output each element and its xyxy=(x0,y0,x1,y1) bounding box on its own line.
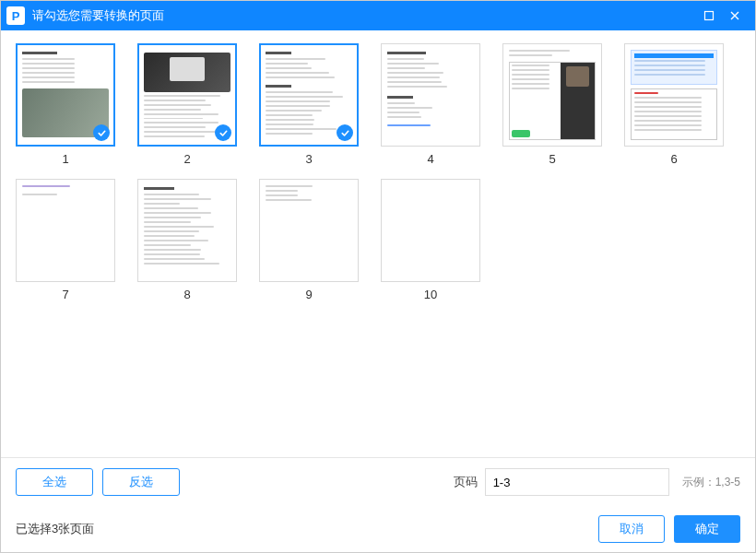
page-number-label: 6 xyxy=(670,152,677,166)
close-icon xyxy=(729,10,740,21)
page-thumbnail[interactable]: 10 xyxy=(381,179,480,301)
window-title: 请勾选您需要转换的页面 xyxy=(32,7,696,24)
pagerange-example: 示例：1,3-5 xyxy=(682,475,740,490)
page-thumbnail[interactable]: 2 xyxy=(137,43,237,166)
thumbnail-image xyxy=(259,43,359,147)
page-number-label: 5 xyxy=(549,152,555,166)
thumbnail-image xyxy=(381,43,480,147)
ok-button[interactable]: 确定 xyxy=(674,515,740,543)
page-number-label: 3 xyxy=(305,152,312,166)
check-icon xyxy=(215,124,231,141)
select-all-button[interactable]: 全选 xyxy=(16,468,93,496)
svg-rect-0 xyxy=(705,12,714,20)
thumbnail-image xyxy=(259,179,359,282)
thumbnail-image xyxy=(502,43,602,147)
thumbnail-image xyxy=(137,179,237,282)
cancel-button[interactable]: 取消 xyxy=(598,515,665,543)
page-grid-area: 1 234 5 6 78910 xyxy=(1,30,755,457)
footer: 全选 反选 页码 示例：1,3-5 已选择3张页面 取消 确定 xyxy=(1,457,755,552)
app-logo: P xyxy=(6,6,25,25)
thumbnail-image xyxy=(16,179,115,282)
check-icon xyxy=(337,124,353,141)
maximize-button[interactable] xyxy=(696,3,722,29)
titlebar: P 请勾选您需要转换的页面 xyxy=(1,1,755,30)
page-thumbnail[interactable]: 5 xyxy=(502,43,602,166)
thumbnail-image xyxy=(16,43,115,147)
page-thumbnail[interactable]: 9 xyxy=(259,179,359,301)
page-thumbnail[interactable]: 7 xyxy=(16,179,115,301)
pagerange-label: 页码 xyxy=(454,474,478,490)
check-icon xyxy=(93,124,110,141)
close-button[interactable] xyxy=(722,3,748,29)
page-thumbnail[interactable]: 6 xyxy=(624,43,724,166)
maximize-icon xyxy=(703,10,715,21)
page-number-label: 2 xyxy=(183,152,190,166)
thumbnail-image xyxy=(137,43,237,147)
thumbnail-image xyxy=(624,43,724,147)
invert-selection-button[interactable]: 反选 xyxy=(102,468,180,496)
page-number-label: 8 xyxy=(183,288,190,301)
page-thumbnail[interactable]: 8 xyxy=(137,179,237,301)
page-thumbnail[interactable]: 1 xyxy=(16,43,115,166)
page-number-label: 10 xyxy=(424,288,437,301)
page-number-label: 7 xyxy=(62,288,68,301)
page-number-label: 1 xyxy=(62,152,68,166)
page-thumbnail[interactable]: 3 xyxy=(259,43,359,166)
page-number-label: 4 xyxy=(427,152,433,166)
page-thumbnail[interactable]: 4 xyxy=(381,43,480,166)
selection-status: 已选择3张页面 xyxy=(16,521,598,537)
page-number-label: 9 xyxy=(305,288,312,301)
thumbnail-image xyxy=(381,179,480,282)
pagerange-input[interactable] xyxy=(485,468,669,496)
